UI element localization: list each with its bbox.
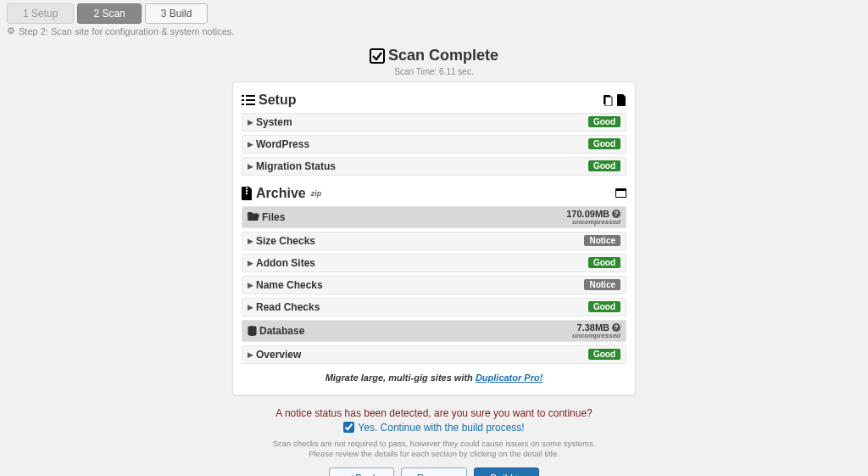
caret-right-icon: ▶	[248, 303, 253, 311]
help-text: Scan checks are not required to pass, ho…	[232, 439, 636, 460]
duplicator-pro-link[interactable]: Duplicator Pro!	[476, 372, 542, 383]
window-icon[interactable]	[615, 188, 626, 198]
svg-rect-13	[616, 191, 626, 197]
status-badge: Good	[588, 257, 620, 268]
scan-complete-title: Scan Complete	[370, 47, 498, 64]
row-migration-status[interactable]: ▶Migration Status Good	[242, 157, 626, 176]
status-badge: Good	[588, 138, 620, 149]
tab-build[interactable]: 3 Build	[145, 3, 209, 24]
row-wordpress[interactable]: ▶WordPress Good	[242, 135, 626, 154]
svg-rect-8	[605, 97, 612, 106]
svg-rect-4	[246, 99, 255, 101]
promo-text: Migrate large, multi-gig sites with Dupl…	[242, 372, 626, 383]
back-button[interactable]: ◀ Back	[329, 468, 394, 476]
wizard-tabs: 1 Setup 2 Scan 3 Build	[0, 0, 868, 24]
clipboard-icon[interactable]	[603, 94, 613, 106]
status-badge: Notice	[584, 279, 620, 290]
status-badge: Good	[588, 349, 620, 360]
archive-section-title: Archivezip	[242, 186, 321, 201]
list-icon	[242, 93, 255, 107]
status-badge: Good	[588, 116, 620, 127]
confirm-checkbox[interactable]	[343, 422, 354, 433]
checkbox-icon	[370, 48, 385, 64]
row-read-checks[interactable]: ▶Read Checks Good	[242, 298, 626, 316]
caret-right-icon: ▶	[248, 118, 253, 126]
files-subheader[interactable]: Files 170.09MB? uncompressed	[242, 206, 626, 228]
svg-rect-2	[246, 95, 255, 97]
row-system[interactable]: ▶System Good	[242, 113, 626, 132]
svg-rect-9	[246, 188, 248, 189]
caret-right-icon: ▶	[248, 281, 253, 289]
row-size-checks[interactable]: ▶Size Checks Notice	[242, 232, 626, 250]
row-name-checks[interactable]: ▶Name Checks Notice	[242, 276, 626, 294]
notice-message: A notice status has been detected, are y…	[232, 407, 636, 419]
caret-right-icon: ▶	[248, 259, 253, 267]
results-panel: Setup ▶System Good ▶WordPress Good ▶Migr…	[232, 81, 636, 395]
step-description: ⚙ Step 2: Scan site for configuration & …	[0, 24, 868, 43]
caret-right-icon: ▶	[248, 350, 253, 359]
caret-right-icon: ▶	[248, 237, 253, 245]
help-icon[interactable]: ?	[612, 323, 620, 332]
setup-section-title: Setup	[242, 92, 296, 108]
status-badge: Good	[588, 301, 620, 312]
svg-rect-1	[242, 95, 244, 97]
svg-rect-0	[370, 49, 384, 63]
folder-open-icon	[248, 212, 259, 221]
confirm-continue[interactable]: Yes. Continue with the build process!	[232, 422, 636, 434]
gear-icon: ⚙	[7, 25, 15, 36]
row-overview[interactable]: ▶Overview Good	[242, 345, 626, 364]
caret-right-icon: ▶	[248, 140, 253, 148]
build-button[interactable]: Build ▶	[474, 468, 539, 476]
status-badge: Good	[588, 160, 620, 171]
file-export-icon[interactable]	[616, 94, 626, 106]
svg-rect-11	[246, 193, 248, 194]
database-icon	[248, 326, 257, 336]
help-icon[interactable]: ?	[612, 210, 620, 218]
status-badge: Notice	[584, 235, 620, 246]
svg-rect-5	[242, 104, 244, 105]
file-archive-icon	[242, 187, 253, 200]
database-subheader[interactable]: Database 7.38MB? uncompressed	[242, 320, 626, 342]
svg-rect-3	[242, 99, 244, 101]
tab-setup[interactable]: 1 Setup	[7, 3, 74, 24]
svg-rect-6	[246, 104, 255, 105]
tab-scan[interactable]: 2 Scan	[77, 3, 141, 24]
scan-time: Scan Time: 6.11 sec.	[232, 67, 636, 76]
caret-right-icon: ▶	[248, 162, 253, 171]
svg-rect-10	[246, 190, 248, 192]
rescan-button[interactable]: Rescan	[401, 468, 468, 476]
row-addon-sites[interactable]: ▶Addon Sites Good	[242, 254, 626, 272]
